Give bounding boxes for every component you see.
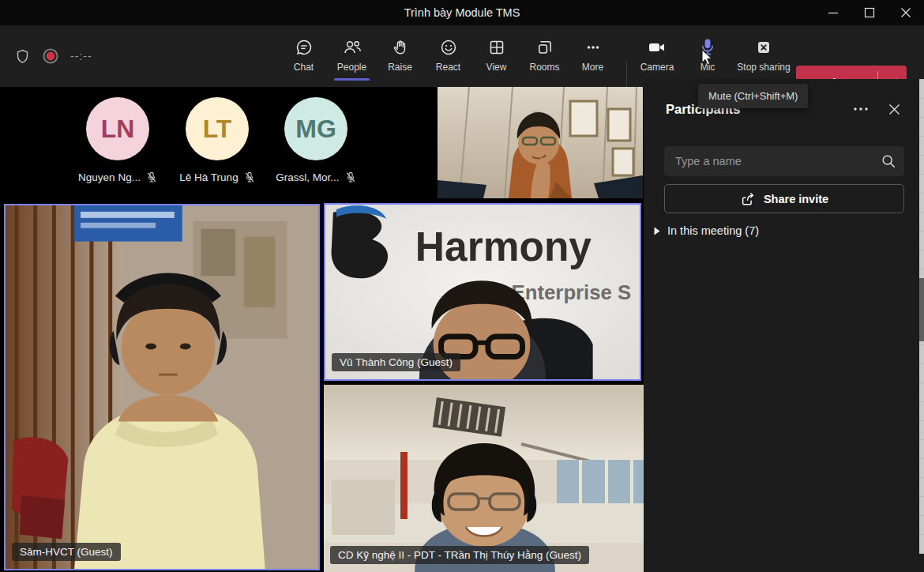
people-icon bbox=[342, 36, 362, 58]
stop-sharing-icon bbox=[754, 36, 773, 58]
tab-more-label: More bbox=[582, 62, 603, 73]
tab-people-label: People bbox=[337, 62, 366, 73]
mic-button[interactable]: Mic bbox=[682, 25, 733, 87]
video-tile-tran-thi-thuy-hang[interactable]: CD Kỹ nghệ II - PDT - TRần Thị Thúy Hằng… bbox=[324, 385, 644, 572]
avatar-initials: LN bbox=[101, 115, 135, 144]
react-smiley-icon bbox=[439, 36, 458, 58]
tab-raise-label: Raise bbox=[388, 62, 412, 73]
share-invite-icon bbox=[740, 191, 756, 207]
right-scrollbar-track[interactable] bbox=[919, 79, 924, 554]
search-icon[interactable] bbox=[881, 153, 896, 169]
maximize-icon bbox=[864, 7, 875, 18]
muted-mic-icon bbox=[345, 171, 356, 183]
more-dots-icon bbox=[584, 36, 603, 58]
video-feed bbox=[6, 205, 318, 569]
shield-icon bbox=[14, 47, 31, 66]
avatar: MG bbox=[284, 97, 347, 160]
participant-name: Grassl, Mor... bbox=[276, 171, 339, 183]
video-feed bbox=[438, 87, 643, 198]
toolbar-tabs: Chat People Raise React bbox=[280, 25, 617, 87]
participant-name-label: Vũ Thành Công (Guest) bbox=[332, 353, 460, 371]
meeting-stage: LN Nguyen Ng... LT Lê Hà Trung MG Grassl… bbox=[0, 87, 644, 572]
participant-avatar-tile[interactable]: MG Grassl, Mor... bbox=[267, 97, 365, 183]
window-controls bbox=[815, 0, 924, 25]
avatar: LT bbox=[186, 97, 249, 160]
tab-view[interactable]: View bbox=[472, 25, 520, 87]
maximize-button[interactable] bbox=[851, 0, 888, 25]
participant-name: Lê Hà Trung bbox=[179, 171, 238, 183]
mic-icon bbox=[698, 36, 717, 58]
device-controls: Camera Mic Stop sharing bbox=[632, 25, 794, 87]
view-grid-icon bbox=[487, 36, 506, 58]
share-invite-button[interactable]: Share invite bbox=[664, 184, 904, 213]
meeting-toolbar: --:-- Chat People Raise bbox=[0, 25, 924, 87]
participant-avatar-tile[interactable]: LT Lê Hà Trung bbox=[168, 97, 266, 183]
avatar-initials: MG bbox=[295, 115, 336, 144]
close-icon bbox=[888, 103, 900, 115]
share-invite-label: Share invite bbox=[764, 193, 828, 205]
tab-view-label: View bbox=[486, 62, 507, 73]
participants-panel: Participants Share invite In t bbox=[644, 79, 924, 572]
video-tile-self[interactable] bbox=[438, 87, 643, 198]
avatar-initials: LT bbox=[203, 115, 232, 144]
tab-more[interactable]: More bbox=[569, 25, 617, 87]
search-box bbox=[664, 146, 904, 176]
participant-name-label: CD Kỹ nghệ II - PDT - TRần Thị Thúy Hằng… bbox=[330, 546, 589, 564]
muted-mic-icon bbox=[146, 171, 157, 183]
window-title: Trình bày Module TMS bbox=[0, 0, 924, 25]
in-this-meeting-expander[interactable]: In this meeting (7) bbox=[654, 224, 759, 237]
close-window-button[interactable] bbox=[888, 0, 924, 25]
meeting-status-group: --:-- bbox=[14, 25, 92, 87]
video-tile-sam-hvct[interactable]: Sâm-HVCT (Guest) bbox=[4, 204, 320, 570]
muted-mic-icon bbox=[244, 171, 255, 183]
expander-triangle-icon bbox=[654, 227, 660, 235]
tab-rooms[interactable]: Rooms bbox=[520, 25, 569, 87]
more-dots-icon bbox=[853, 107, 869, 111]
stop-sharing-label: Stop sharing bbox=[737, 62, 790, 73]
active-tab-indicator bbox=[334, 78, 370, 81]
right-scrollbar-thumb[interactable] bbox=[919, 278, 924, 341]
tab-react-label: React bbox=[436, 62, 460, 73]
video-feed bbox=[324, 385, 644, 572]
participants-more-button[interactable] bbox=[850, 98, 872, 120]
title-bar: Trình bày Module TMS bbox=[0, 0, 924, 25]
raise-hand-icon bbox=[391, 36, 410, 58]
minimize-icon bbox=[828, 7, 839, 18]
search-input[interactable] bbox=[675, 155, 881, 167]
tab-people[interactable]: People bbox=[328, 25, 376, 87]
tab-chat[interactable]: Chat bbox=[280, 25, 328, 87]
tab-chat-label: Chat bbox=[294, 62, 314, 73]
participant-name-label: Sâm-HVCT (Guest) bbox=[12, 543, 121, 561]
tab-react[interactable]: React bbox=[424, 25, 472, 87]
camera-label: Camera bbox=[640, 62, 674, 73]
camera-button[interactable]: Camera bbox=[632, 25, 682, 87]
recording-indicator-icon bbox=[42, 47, 59, 65]
rooms-icon bbox=[535, 36, 554, 58]
mute-tooltip: Mute (Ctrl+Shift+M) bbox=[698, 84, 808, 108]
avatar: LN bbox=[86, 97, 149, 160]
sign-text-line2: Enterprise S bbox=[512, 281, 632, 303]
in-this-meeting-label: In this meeting (7) bbox=[667, 224, 759, 237]
meeting-timer: --:-- bbox=[70, 50, 92, 62]
tab-rooms-label: Rooms bbox=[529, 62, 559, 73]
stop-sharing-button[interactable]: Stop sharing bbox=[733, 25, 794, 87]
close-icon bbox=[900, 7, 911, 18]
tab-raise[interactable]: Raise bbox=[376, 25, 424, 87]
participants-close-button[interactable] bbox=[883, 98, 905, 120]
video-tile-vu-thanh-cong[interactable]: Harmony Enterprise S Vũ Thành Công (Gues… bbox=[324, 203, 641, 381]
minimize-button[interactable] bbox=[815, 0, 851, 25]
teams-meeting-window: Trình bày Module TMS --:-- bbox=[0, 0, 924, 572]
participant-name: Nguyen Ng... bbox=[78, 171, 141, 183]
participant-avatar-tile[interactable]: LN Nguyen Ng... bbox=[69, 97, 167, 183]
camera-icon bbox=[647, 36, 667, 58]
chat-icon bbox=[295, 36, 314, 58]
sign-text-line1: Harmony bbox=[415, 224, 592, 269]
mic-label: Mic bbox=[701, 62, 716, 73]
